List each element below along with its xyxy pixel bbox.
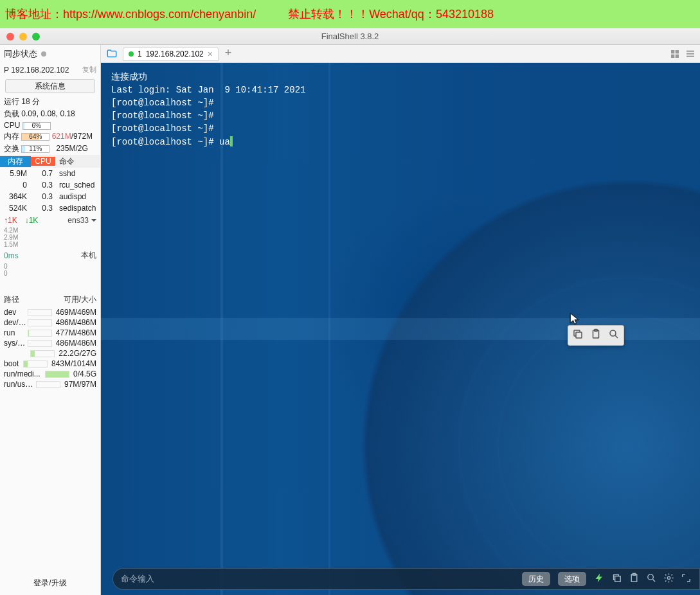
disk-row[interactable]: dev469M/469M [0, 307, 100, 317]
copy-icon[interactable] [611, 573, 622, 586]
grid-view-icon[interactable] [669, 49, 681, 59]
copy-button[interactable]: 复制 [82, 65, 96, 75]
gear-icon[interactable] [663, 573, 674, 586]
watermark-banner: 博客地址： https://www.cnblogs.com/chenyanbin… [0, 0, 700, 28]
table-row[interactable]: 524K0.3sedispatch [0, 202, 100, 214]
sync-status: 同步状态 [0, 45, 100, 63]
col-cpu[interactable]: CPU [31, 157, 55, 166]
command-input[interactable]: 命令输入 [121, 573, 514, 585]
sidebar: 同步状态 P 192.168.202.102 复制 系统信息 运行 18 分 负… [0, 45, 101, 595]
close-icon[interactable] [6, 33, 14, 40]
window-controls [6, 33, 40, 40]
svg-rect-0 [671, 50, 674, 53]
mem-row: 内存 64% 621M/972M [0, 130, 100, 143]
close-tab-icon[interactable]: × [208, 49, 213, 58]
svg-rect-4 [687, 50, 694, 51]
terminal[interactable]: 连接成功 Last login: Sat Jan 9 10:41:17 2021… [101, 63, 700, 595]
swap-row: 交换 11% 235M/2G [0, 143, 100, 155]
window-titlebar: FinalShell 3.8.2 [0, 28, 700, 45]
paste-icon[interactable] [629, 573, 640, 586]
col-cmd[interactable]: 命令 [55, 156, 100, 167]
tab-index: 1 [138, 49, 142, 58]
svg-rect-1 [676, 50, 679, 53]
svg-rect-7 [576, 332, 582, 338]
expand-icon[interactable] [681, 573, 692, 586]
table-row[interactable]: 5.9M0.7sshd [0, 168, 100, 179]
disk-row[interactable]: run/medi...0/4.5G [0, 369, 100, 379]
maximize-icon[interactable] [32, 33, 40, 40]
ip-value: 192.168.202.102 [11, 66, 69, 75]
bolt-icon[interactable] [594, 573, 605, 586]
command-bar: 命令输入 历史 选项 [112, 568, 700, 590]
paste-icon[interactable] [590, 328, 602, 342]
search-icon[interactable] [608, 328, 620, 342]
svg-rect-2 [671, 54, 674, 57]
warn-text: 禁止转载！！！ [288, 6, 369, 22]
net-graph: 4.2M 2.9M 1.5M [0, 227, 100, 248]
system-info-button[interactable]: 系统信息 [5, 79, 95, 93]
terminal-output: 连接成功 Last login: Sat Jan 9 10:41:17 2021… [111, 71, 305, 148]
lat-graph: 0 0 [0, 263, 100, 277]
disk-row[interactable]: sys/fs/cg...486M/486M [0, 338, 100, 348]
disk-row[interactable]: boot843M/1014M [0, 359, 100, 369]
svg-point-15 [667, 576, 670, 579]
svg-point-14 [648, 574, 654, 580]
disk-table-header: 路径可用/大小 [0, 292, 100, 307]
status-dot-icon [41, 51, 46, 57]
interface-select[interactable]: ens33 [67, 216, 96, 225]
svg-rect-11 [615, 576, 621, 582]
svg-rect-5 [687, 53, 694, 54]
network-row[interactable]: ↑1K ↓1K ens33 [0, 214, 100, 227]
col-mem[interactable]: 内存 [0, 156, 31, 167]
svg-point-10 [610, 330, 616, 336]
tab-host: 192.168.202.102 [146, 49, 204, 58]
uptime-row: 运行 18 分 [0, 96, 100, 108]
tab-connection[interactable]: 1 192.168.202.102 × [123, 47, 219, 61]
floating-toolbar [568, 325, 624, 346]
disk-row[interactable]: run/user/097M/97M [0, 379, 100, 389]
disk-row[interactable]: 22.2G/27G [0, 348, 100, 359]
add-tab-button[interactable]: + [222, 48, 234, 60]
blog-url: https://www.cnblogs.com/chenyanbin/ [63, 8, 256, 21]
option-button[interactable]: 选项 [558, 572, 586, 586]
list-view-icon[interactable] [685, 49, 696, 59]
disk-row[interactable]: dev/shm486M/486M [0, 317, 100, 328]
table-row[interactable]: 00.3rcu_sched [0, 179, 100, 191]
mouse-cursor-icon [569, 312, 580, 325]
status-led-icon [129, 51, 134, 57]
table-row[interactable]: 364K0.3audispd [0, 191, 100, 202]
login-upgrade-link[interactable]: 登录/升级 [0, 574, 100, 595]
svg-rect-6 [687, 55, 694, 57]
download-rate: ↓1K [25, 216, 39, 225]
latency-row[interactable]: 0ms 本机 [0, 248, 100, 263]
load-row: 负载 0.09, 0.08, 0.18 [0, 108, 100, 120]
chevron-down-icon [91, 219, 96, 224]
tab-bar: 1 192.168.202.102 × + [101, 45, 700, 63]
minimize-icon[interactable] [19, 33, 27, 40]
window-title: FinalShell 3.8.2 [321, 31, 379, 41]
disk-row[interactable]: run477M/486M [0, 328, 100, 338]
blog-label: 博客地址： [5, 6, 63, 22]
process-table-header: 内存 CPU 命令 [0, 155, 100, 168]
copy-icon[interactable] [572, 328, 584, 342]
folder-icon[interactable] [105, 48, 119, 60]
cpu-row: CPU 6% [0, 120, 100, 130]
contact-text: Wechat/qq：543210188 [369, 6, 494, 22]
history-button[interactable]: 历史 [522, 572, 550, 586]
latency-host-select[interactable]: 本机 [81, 250, 96, 261]
svg-rect-3 [676, 54, 679, 57]
upload-rate: ↑1K [4, 216, 17, 225]
search-icon[interactable] [646, 573, 657, 586]
latency-value: 0ms [4, 251, 19, 260]
ip-row: P 192.168.202.102 复制 [0, 63, 100, 76]
